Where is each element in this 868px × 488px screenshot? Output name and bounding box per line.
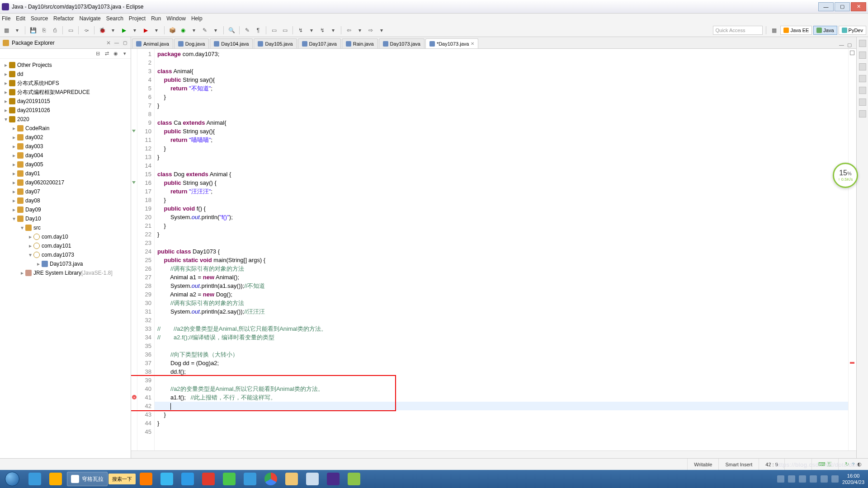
editor-tab[interactable]: *Day1073.java✕ xyxy=(425,38,479,48)
menu-project[interactable]: Project xyxy=(129,15,146,22)
outline-icon[interactable] xyxy=(859,40,866,47)
taskbar-360[interactable] xyxy=(46,471,66,487)
tree-node[interactable]: ▸day0620200217 xyxy=(0,178,131,187)
tree-node[interactable]: ▸com.day101 xyxy=(0,241,131,250)
overview-ruler[interactable] xyxy=(848,49,856,450)
editor-tab[interactable]: Rain.java xyxy=(342,38,378,48)
editor-min-icon[interactable]: — xyxy=(839,42,845,48)
taskbar-cloud[interactable] xyxy=(178,471,198,487)
maximize-button[interactable]: ▢ xyxy=(835,2,850,11)
code-editor[interactable]: × 12345678910111213141516171819202122232… xyxy=(131,49,856,450)
new-dd[interactable]: ▾ xyxy=(13,26,22,35)
menu-search[interactable]: Search xyxy=(106,15,123,22)
menu-run[interactable]: Run xyxy=(151,15,161,22)
start-button[interactable] xyxy=(0,470,24,488)
taskbar-clock[interactable]: 16:002020/4/23 xyxy=(842,473,864,485)
problems-icon[interactable] xyxy=(859,63,866,70)
tray-network-icon[interactable] xyxy=(810,475,817,483)
close-button[interactable]: ✕ xyxy=(851,2,866,11)
search-view-icon[interactable] xyxy=(859,110,866,117)
tray-volume-icon[interactable] xyxy=(821,475,828,483)
tree-node[interactable]: ▸day004 xyxy=(0,151,131,160)
taskbar-app[interactable] xyxy=(344,471,364,487)
tree-node[interactable]: ▸com.day10 xyxy=(0,232,131,241)
tree-node[interactable]: ▸分布式系统HDFS xyxy=(0,79,131,88)
tree-node[interactable]: ▸day01 xyxy=(0,169,131,178)
tree-node[interactable]: ▸Other Projects xyxy=(0,61,131,70)
editor-tab[interactable]: Dog.java xyxy=(174,38,209,48)
taskbar-ie2[interactable] xyxy=(240,471,260,487)
debug-button[interactable]: 🐞 xyxy=(98,26,107,35)
bookmarks-icon[interactable] xyxy=(859,99,866,106)
view-max-icon[interactable]: ▢ xyxy=(122,40,128,46)
taskbar-notepad[interactable] xyxy=(302,471,322,487)
nav-ann[interactable]: ↯ xyxy=(296,26,305,35)
editor-tab[interactable]: Animal.java xyxy=(132,38,173,48)
tree-node[interactable]: ▾Day10 xyxy=(0,214,131,223)
open-type[interactable]: ✎ xyxy=(200,26,209,35)
editor-max-icon[interactable]: ▢ xyxy=(847,42,854,48)
focus-icon[interactable]: ◉ xyxy=(113,51,119,57)
perspective-pydev[interactable]: PyDev xyxy=(839,26,866,35)
progress-icon[interactable] xyxy=(859,87,866,94)
tray-flag-icon[interactable] xyxy=(831,475,839,483)
search-button[interactable]: 🔍 xyxy=(227,26,236,35)
tasklist-icon[interactable] xyxy=(859,52,866,59)
new-button[interactable]: ▦ xyxy=(2,26,11,35)
open-perspective[interactable]: ▦ xyxy=(769,26,778,35)
taskbar-eclipse[interactable] xyxy=(323,471,343,487)
saveall-button[interactable]: ⎘ xyxy=(39,26,48,35)
ext-run-button[interactable]: ▶ xyxy=(141,26,150,35)
run-button[interactable]: ▶ xyxy=(119,26,128,35)
link-editor-icon[interactable]: ⇄ xyxy=(104,51,110,57)
collapse-all-icon[interactable]: ⊟ xyxy=(94,51,101,57)
tree-node[interactable]: ▸day07 xyxy=(0,187,131,196)
forward-button[interactable]: ⇨ xyxy=(366,26,375,35)
menu-source[interactable]: Source xyxy=(31,15,48,22)
nav-ann2[interactable]: ↯ xyxy=(318,26,327,35)
taskbar-360se[interactable] xyxy=(219,471,239,487)
tree-node[interactable]: ▸day20191026 xyxy=(0,106,131,115)
menu-window[interactable]: Window xyxy=(166,15,186,22)
editor-tab[interactable]: Day104.java xyxy=(210,38,253,48)
tray-icon[interactable] xyxy=(777,475,784,483)
editor-tab[interactable]: Day1073.java xyxy=(379,38,425,48)
taskbar-qq[interactable] xyxy=(157,471,177,487)
menu-navigate[interactable]: Navigate xyxy=(79,15,100,22)
perspective-javaee[interactable]: Java EE xyxy=(780,26,812,35)
menu-refactor[interactable]: Refactor xyxy=(53,15,74,22)
view-menu-icon[interactable]: ▾ xyxy=(122,51,128,57)
perspective-java[interactable]: Java xyxy=(813,26,837,35)
tree-node[interactable]: ▾src xyxy=(0,223,131,232)
new-pkg[interactable]: 📦 xyxy=(168,26,177,35)
tree-node[interactable]: ▸day003 xyxy=(0,142,131,151)
tree-node[interactable]: ▾com.day1073 xyxy=(0,250,131,259)
tree-node[interactable]: ▸day08 xyxy=(0,196,131,205)
save-button[interactable]: 💾 xyxy=(28,26,38,35)
menu-help[interactable]: Help xyxy=(191,15,203,22)
taskbar-youdao[interactable] xyxy=(198,471,218,487)
menu-file[interactable]: File xyxy=(2,15,10,22)
tree-node[interactable]: ▸day20191015 xyxy=(0,97,131,106)
editor-hscroll[interactable] xyxy=(131,450,856,458)
console-icon[interactable] xyxy=(859,75,866,82)
toggle-ws[interactable]: ¶ xyxy=(254,26,263,35)
back-button[interactable]: ⇦ xyxy=(344,26,354,35)
tree-node[interactable]: ▸day002 xyxy=(0,133,131,142)
editor-tab[interactable]: Day105.java xyxy=(254,38,297,48)
tree-node[interactable]: ▸Day09 xyxy=(0,205,131,214)
quick-access-input[interactable]: Quick Access xyxy=(713,26,763,35)
tray-icon[interactable] xyxy=(788,475,795,483)
tree-node[interactable]: ▸JRE System Library [JavaSE-1.8] xyxy=(0,268,131,277)
view-min-icon[interactable]: — xyxy=(113,40,120,46)
minimize-button[interactable]: — xyxy=(818,2,834,11)
taskbar-search-button[interactable]: 搜索一下 xyxy=(108,474,136,484)
editor-tab[interactable]: Day107.java xyxy=(298,38,341,48)
view-close-icon[interactable]: ✕ xyxy=(106,40,111,46)
taskbar-firefox[interactable] xyxy=(136,471,156,487)
taskbar-ie[interactable] xyxy=(25,471,45,487)
tree-node[interactable]: ▸day005 xyxy=(0,160,131,169)
tree-node[interactable]: ▸Day1073.java xyxy=(0,259,131,268)
print-button[interactable]: ⎙ xyxy=(50,26,59,35)
tree-node[interactable]: ▾2020 xyxy=(0,115,131,124)
